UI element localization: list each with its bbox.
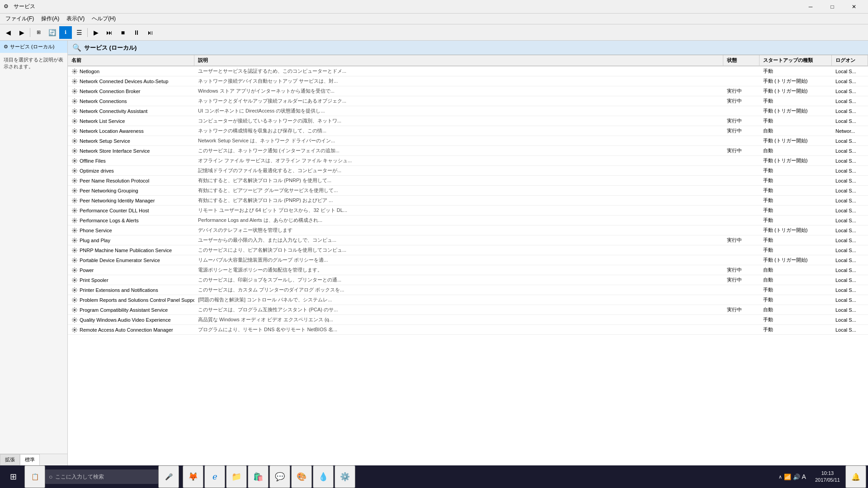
table-row[interactable]: PNRP Machine Name Publication Service この… (68, 245, 868, 255)
stop-button[interactable]: ■ (117, 26, 129, 39)
view-button[interactable]: ⊞ (32, 26, 45, 39)
table-row[interactable]: Program Compatibility Assistant Service … (68, 305, 868, 315)
menu-action[interactable]: 操作(A) (38, 14, 63, 23)
service-name-cell: Network Setup Service (68, 136, 194, 145)
forward-button[interactable]: ▶ (15, 26, 28, 39)
volume-icon[interactable]: 🔊 (793, 474, 800, 480)
refresh-button[interactable]: 🔄 (46, 26, 58, 39)
back-button[interactable]: ◀ (2, 26, 14, 39)
taskbar-art-icon[interactable]: 🎨 (291, 465, 312, 488)
table-row[interactable]: Optimize drives 記憶域ドライブのファイルを最適化すると、コンピュ… (68, 166, 868, 176)
table-row[interactable]: Netlogon ユーザーとサービスを認証するため、このコンピューターとドメ..… (68, 66, 868, 76)
taskbar-chat-icon[interactable]: 💬 (269, 465, 290, 488)
taskview-button[interactable]: 📋 (24, 465, 45, 488)
network-icon[interactable]: 📶 (784, 474, 791, 480)
play-button[interactable]: ▶ (90, 26, 102, 39)
start-button[interactable]: ⊞ (2, 465, 24, 488)
service-startup-cell: 手動 (760, 285, 832, 295)
keyboard-icon[interactable]: A (802, 473, 806, 480)
col-header-startup[interactable]: スタートアップの種類 (760, 55, 832, 66)
menu-view[interactable]: 表示(V) (63, 14, 88, 23)
table-row[interactable]: Network Connectivity Assistant UI コンポーネン… (68, 106, 868, 116)
table-row[interactable]: Quality Windows Audio Video Experience 高… (68, 315, 868, 325)
left-panel-item-services[interactable]: ⚙ サービス (ローカル) (0, 41, 67, 53)
service-status-cell (723, 186, 760, 195)
minimize-button[interactable]: ─ (800, 0, 821, 14)
table-row[interactable]: Network List Service コンピューターが接続しているネットワー… (68, 116, 868, 126)
table-row[interactable]: Plug and Play ユーザーからの最小限の入力、または入力なしで、コンピ… (68, 235, 868, 245)
list-button[interactable]: ☰ (73, 26, 85, 39)
chevron-up-icon[interactable]: ∧ (778, 474, 782, 480)
table-row[interactable]: Portable Device Enumerator Service リムーバブ… (68, 255, 868, 265)
table-row[interactable]: Performance Counter DLL Host リモート ユーザーおよ… (68, 206, 868, 216)
tab-standard[interactable]: 標準 (20, 454, 40, 465)
table-row[interactable]: Network Connected Devices Auto-Setup ネット… (68, 76, 868, 86)
main-area: ⚙ サービス (ローカル) 項目を選択すると説明が表示されます。 拡張 標準 🔍… (0, 41, 868, 465)
svg-point-25 (74, 319, 76, 321)
service-desc-cell: このサービスは、ネットワーク通知 (インターフェイスの追加... (194, 146, 723, 155)
menu-file[interactable]: ファイル(F) (2, 14, 38, 23)
tab-extended[interactable]: 拡張 (0, 454, 20, 465)
service-startup-cell: 自動 (760, 126, 832, 136)
menu-help[interactable]: ヘルプ(H) (88, 14, 119, 23)
service-status-cell: 実行中 (723, 126, 760, 136)
svg-point-8 (74, 150, 76, 152)
col-header-status[interactable]: 状態 (723, 55, 760, 66)
table-row[interactable]: Network Connections ネットワークとダイヤルアップ接続フォルダ… (68, 96, 868, 106)
info-button[interactable]: ℹ (59, 26, 72, 39)
service-logon-cell: Local S... (832, 305, 868, 314)
table-row[interactable]: Performance Logs & Alerts Performance Lo… (68, 216, 868, 225)
search-bar[interactable]: ○ ここに入力して検索 (45, 469, 158, 484)
table-row[interactable]: Network Location Awareness ネットワークの構成情報を収… (68, 126, 868, 136)
service-startup-cell: 手動 (トリガー開始) (760, 225, 832, 235)
table-row[interactable]: Peer Networking Identity Manager 有効にすると、… (68, 196, 868, 206)
table-row[interactable]: Power 電源ポリシーと電源ポリシーの通知配信を管理します。 実行中 自動 L… (68, 265, 868, 275)
service-logon-cell: Local S... (832, 325, 868, 334)
table-row[interactable]: Problem Reports and Solutions Control Pa… (68, 295, 868, 305)
service-name-cell: Print Spooler (68, 275, 194, 285)
taskbar-settings-icon[interactable]: ⚙️ (335, 465, 355, 488)
svg-point-23 (74, 299, 76, 301)
table-row[interactable]: Network Store Interface Service このサービスは、… (68, 146, 868, 156)
svg-point-6 (74, 130, 76, 132)
gear-icon (71, 138, 78, 144)
taskbar-clock[interactable]: 10:13 2017/05/11 (810, 470, 845, 484)
services-table[interactable]: 名前 説明 状態 スタートアップの種類 ログオン Netlogon ユーザーとサ… (68, 55, 868, 465)
table-row[interactable]: Network Connection Broker Windows ストア アプ… (68, 86, 868, 96)
service-startup-cell: 手動 (760, 315, 832, 324)
table-row[interactable]: Phone Service デバイスのテレフォニー状態を管理します 手動 (トリ… (68, 225, 868, 235)
service-name-cell: Network Connections (68, 96, 194, 106)
service-desc-cell: Performance Logs and Alerts は、あらかじめ構成され.… (194, 216, 723, 225)
notification-button[interactable]: 🔔 (845, 465, 866, 488)
maximize-button[interactable]: □ (822, 0, 843, 14)
svg-point-20 (74, 269, 76, 271)
restart-button[interactable]: ⏯ (144, 26, 156, 39)
pause-button[interactable]: ⏸ (130, 26, 143, 39)
microphone-button[interactable]: 🎤 (158, 465, 179, 488)
service-status-cell: 実行中 (723, 96, 760, 106)
table-row[interactable]: Network Setup Service Network Setup Serv… (68, 136, 868, 146)
service-status-cell (723, 206, 760, 215)
table-row[interactable]: Peer Name Resolution Protocol 有効にすると、ピア名… (68, 176, 868, 186)
service-logon-cell: Local S... (832, 146, 868, 155)
taskbar-firefox-icon[interactable]: 🦊 (183, 465, 203, 488)
close-button[interactable]: ✕ (844, 0, 864, 14)
table-row[interactable]: Print Spooler このサービスは、印刷ジョブをスプールし、プリンターと… (68, 275, 868, 285)
table-row[interactable]: Remote Access Auto Connection Manager プロ… (68, 325, 868, 335)
left-panel-label: サービス (ローカル) (10, 43, 54, 50)
taskbar-dropbox-icon[interactable]: 💧 (313, 465, 334, 488)
service-logon-cell: Local S... (832, 76, 868, 86)
table-row[interactable]: Offline Files オフライン ファイル サービスは、オフライン ファイ… (68, 156, 868, 166)
taskbar-edge-icon[interactable]: ℯ (204, 465, 225, 488)
service-desc-cell: 有効にすると、ピア名解決プロトコル (PNRP) およびピア ... (194, 196, 723, 205)
col-header-logon[interactable]: ログオン (832, 55, 868, 66)
taskbar-explorer-icon[interactable]: 📁 (226, 465, 247, 488)
taskbar-store-icon[interactable]: 🛍️ (248, 465, 269, 488)
table-row[interactable]: Peer Networking Grouping 有効にすると、ピアツーピア グ… (68, 186, 868, 196)
col-header-name[interactable]: 名前 (68, 55, 194, 66)
table-row[interactable]: Printer Extensions and Notifications このサ… (68, 285, 868, 295)
col-header-desc[interactable]: 説明 (194, 55, 723, 66)
service-name-cell: Phone Service (68, 225, 194, 235)
taskbar-sys-icons: ∧ 📶 🔊 A (775, 473, 810, 480)
next-button[interactable]: ⏭ (103, 26, 116, 39)
